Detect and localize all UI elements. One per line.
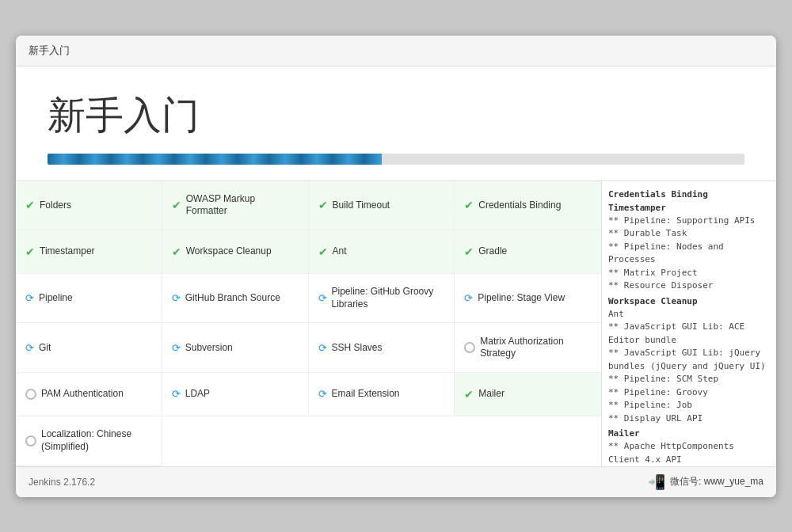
progress-bar-fill xyxy=(48,154,382,165)
sidebar-section-title: Mailer xyxy=(608,428,770,439)
plugin-cell[interactable]: ✔Workspace Cleanup xyxy=(162,230,309,274)
plugin-cell[interactable]: ⟳Pipeline: GitHub Groovy Libraries xyxy=(309,274,455,324)
plugin-cell[interactable]: Matrix Authorization Strategy xyxy=(455,323,601,373)
sidebar-item: ** Resource Disposer xyxy=(608,279,770,293)
check-icon: ✔ xyxy=(318,199,328,211)
plugin-name: OWASP Markup Formatter xyxy=(186,193,299,218)
plugin-cell[interactable]: ✔OWASP Markup Formatter xyxy=(162,181,309,231)
plugin-cell[interactable]: Localization: Chinese (Simplified) xyxy=(16,416,162,466)
plugin-name: Ant xyxy=(333,245,347,258)
plugin-name: Credentials Binding xyxy=(478,200,561,212)
plugin-name: Git xyxy=(39,342,51,355)
plugin-cell[interactable]: ⟳Email Extension xyxy=(309,373,455,416)
plugin-cell[interactable]: ✔Timestamper xyxy=(16,230,162,274)
sidebar-section-title: Credentials Binding xyxy=(608,189,770,200)
spin-icon: ⟳ xyxy=(172,342,181,354)
circle-icon xyxy=(25,389,36,400)
hero-section: 新手入门 xyxy=(16,66,776,180)
window-title: 新手入门 xyxy=(29,44,70,56)
plugin-name: Pipeline xyxy=(39,292,73,305)
sidebar-item: ** Pipeline: Job xyxy=(608,399,770,412)
check-icon: ✔ xyxy=(318,245,328,258)
sidebar-section-title: Timestamper xyxy=(608,203,770,213)
check-icon: ✔ xyxy=(464,388,474,401)
check-icon: ✔ xyxy=(25,245,35,258)
plugin-name: Subversion xyxy=(185,342,233,355)
sidebar-item: Ant xyxy=(608,308,770,321)
sidebar-panel[interactable]: Credentials BindingTimestamper** Pipelin… xyxy=(602,181,776,466)
wechat-icon: 📲 xyxy=(648,473,665,491)
plugin-name: Build Timeout xyxy=(333,200,390,212)
check-icon: ✔ xyxy=(172,199,181,211)
spin-icon: ⟳ xyxy=(318,342,327,354)
wechat-label: 微信号: www_yue_ma xyxy=(670,475,763,488)
footer-right: 📲 微信号: www_yue_ma xyxy=(648,473,763,491)
sidebar-item: ** Pipeline: Supporting APIs xyxy=(608,215,770,228)
spin-icon: ⟳ xyxy=(172,292,181,304)
plugin-name: Gradle xyxy=(478,245,507,258)
plugin-name: Mailer xyxy=(478,388,505,401)
spin-icon: ⟳ xyxy=(464,292,473,304)
plugin-name: Email Extension xyxy=(332,388,400,401)
plugin-name: Workspace Cleanup xyxy=(186,245,272,258)
circle-icon xyxy=(25,435,36,446)
sidebar-item: ** Pipeline: SCM Step xyxy=(608,373,770,386)
plugin-name: Pipeline: Stage View xyxy=(478,292,565,305)
sidebar-item: ** Pipeline: Nodes and Processes xyxy=(608,241,770,267)
plugin-cell[interactable]: ✔Mailer xyxy=(455,373,601,416)
plugin-cell[interactable]: ⟳Pipeline xyxy=(16,274,162,324)
sidebar-item: ** Apache HttpComponents Client 4.x API xyxy=(608,440,770,466)
spin-icon: ⟳ xyxy=(25,342,34,354)
plugin-name: Pipeline: GitHub Groovy Libraries xyxy=(332,286,445,310)
plugin-name: LDAP xyxy=(185,388,210,401)
check-icon: ✔ xyxy=(464,199,474,211)
plugin-name: Folders xyxy=(40,200,71,212)
plugin-cell[interactable]: ✔Build Timeout xyxy=(309,181,455,231)
plugins-grid: ✔Folders✔OWASP Markup Formatter✔Build Ti… xyxy=(16,181,602,466)
plugin-cell[interactable]: ⟳LDAP xyxy=(162,373,309,416)
plugin-cell[interactable]: ⟳Git xyxy=(16,323,162,373)
sidebar-item: ** Matrix Project xyxy=(608,267,770,280)
sidebar-item: ** JavaScript GUI Lib: ACE Editor bundle xyxy=(608,321,770,347)
circle-icon xyxy=(464,342,475,353)
plugin-cell[interactable]: ✔Credentials Binding xyxy=(455,181,601,231)
plugin-cell[interactable]: ✔Gradle xyxy=(455,230,601,274)
footer: Jenkins 2.176.2 📲 微信号: www_yue_ma xyxy=(16,466,776,497)
spin-icon: ⟳ xyxy=(318,388,327,400)
jenkins-version: Jenkins 2.176.2 xyxy=(29,477,95,488)
spin-icon: ⟳ xyxy=(318,292,327,304)
plugin-cell[interactable]: ✔Ant xyxy=(309,230,455,274)
check-icon: ✔ xyxy=(464,245,474,258)
plugin-name: PAM Authentication xyxy=(41,388,124,401)
sidebar-item: ** JavaScript GUI Lib: jQuery bundles (j… xyxy=(608,347,770,373)
plugin-cell[interactable]: ⟳Subversion xyxy=(162,323,309,373)
plugin-name: Timestamper xyxy=(40,245,95,258)
plugin-name: GitHub Branch Source xyxy=(185,292,280,305)
plugin-cell[interactable]: ⟳GitHub Branch Source xyxy=(162,274,309,324)
plugin-cell[interactable]: ⟳Pipeline: Stage View xyxy=(455,274,601,324)
main-window: 新手入门 新手入门 ✔Folders✔OWASP Markup Formatte… xyxy=(16,36,776,497)
plugin-cell[interactable]: PAM Authentication xyxy=(16,373,162,416)
plugin-name: SSH Slaves xyxy=(332,342,383,355)
hero-title: 新手入门 xyxy=(48,90,200,141)
sidebar-item: ** Display URL API xyxy=(608,412,770,426)
plugin-cell[interactable]: ⟳SSH Slaves xyxy=(309,323,455,373)
sidebar-item: ** Pipeline: Groovy xyxy=(608,386,770,400)
sidebar-item: ** Durable Task xyxy=(608,227,770,241)
main-content: ✔Folders✔OWASP Markup Formatter✔Build Ti… xyxy=(16,180,776,466)
title-bar: 新手入门 xyxy=(16,36,776,66)
plugin-name: Localization: Chinese (Simplified) xyxy=(41,428,152,453)
plugin-cell[interactable]: ✔Folders xyxy=(16,181,162,231)
spin-icon: ⟳ xyxy=(172,388,181,400)
check-icon: ✔ xyxy=(172,245,181,258)
plugin-name: Matrix Authorization Strategy xyxy=(480,336,592,360)
spin-icon: ⟳ xyxy=(25,292,34,304)
check-icon: ✔ xyxy=(25,199,35,211)
progress-bar-container xyxy=(48,154,744,165)
sidebar-section-title: Workspace Cleanup xyxy=(608,296,770,306)
